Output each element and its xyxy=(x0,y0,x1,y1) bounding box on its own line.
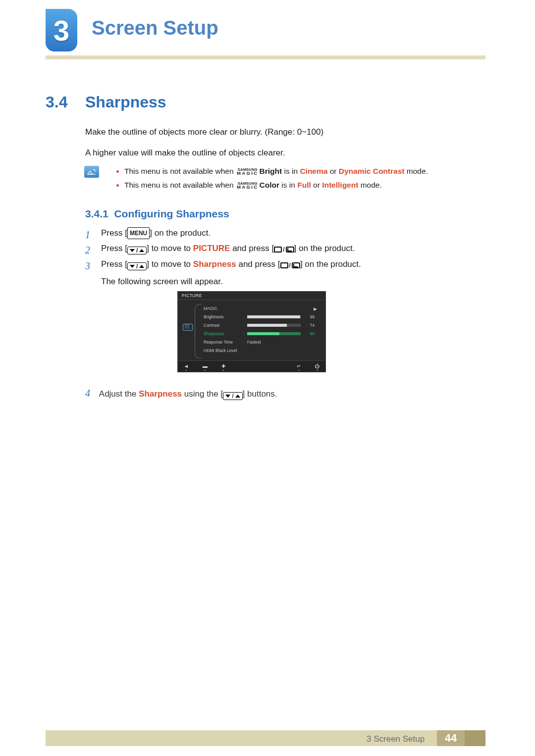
step-4: 4 Adjust the Sharpness using the [/] but… xyxy=(85,385,477,401)
footer-page-box: 44 xyxy=(437,730,465,746)
section-title: Sharpness xyxy=(85,93,166,111)
brightness-slider xyxy=(247,315,301,318)
osd-row-brightness: Brightness: 99 xyxy=(204,312,320,321)
menu-button-icon: MENU xyxy=(127,227,150,239)
step-2: 2 Press [/] to move to PICTURE and press… xyxy=(85,241,477,256)
osd-row-contrast: Contrast: 74 xyxy=(204,321,320,329)
down-up-button-icon: / xyxy=(127,262,147,270)
section-description-2: A higher value will make the outline of … xyxy=(85,147,462,159)
step-number: 4 xyxy=(85,388,90,399)
osd-minus-icon: ▬▾ xyxy=(203,363,208,369)
source-enter-button-icon: / xyxy=(274,247,294,252)
osd-enter-icon: ↵▾ xyxy=(297,363,301,369)
picture-category-icon xyxy=(183,324,193,331)
steps-list: 1 Press [MENU] on the product. 2 Press [… xyxy=(85,225,477,290)
chapter-number-badge: 3 xyxy=(46,9,77,51)
chevron-right-icon: ▶ xyxy=(314,306,318,310)
note-icon xyxy=(84,166,99,178)
note-list: This menu is not available when SAMSUNGM… xyxy=(116,167,478,195)
section-description-1: Make the outline of objects more clear o… xyxy=(85,126,462,138)
chapter-title: Screen Setup xyxy=(92,17,218,39)
osd-back-icon: ◄▾ xyxy=(184,363,189,369)
osd-row-response-time: Response Time: Fastest xyxy=(204,338,320,346)
step-1: 1 Press [MENU] on the product. xyxy=(85,225,477,241)
contrast-slider xyxy=(247,324,301,327)
samsung-magic-logo: SAMSUNGMAGIC xyxy=(237,168,259,175)
page-number: 44 xyxy=(445,732,457,745)
sharpness-slider xyxy=(247,332,301,335)
samsung-magic-logo: SAMSUNGMAGIC xyxy=(237,182,259,189)
osd-footer-icons: ◄▾ ▬▾ ✚▾ ↵▾ ⏻▾ xyxy=(178,360,325,372)
section-number: 3.4 xyxy=(46,93,67,111)
osd-row-hdmi-black: HDMI Black Level xyxy=(204,346,320,354)
note-item-2: This menu is not available when SAMSUNGM… xyxy=(116,181,478,190)
step-3: 3 Press [/] to move to Sharpness and pre… xyxy=(85,256,477,290)
subsection-title: 3.4.1 Configuring Sharpness xyxy=(85,208,229,220)
osd-power-icon: ⏻▾ xyxy=(315,363,320,369)
osd-plus-icon: ✚▾ xyxy=(221,363,225,369)
step-number: 3 xyxy=(85,257,90,275)
footer-chapter-ref: 3 Screen Setup xyxy=(367,734,425,744)
note-item-1: This menu is not available when SAMSUNGM… xyxy=(116,167,478,176)
step-3-note: The following screen will appear. xyxy=(101,272,477,289)
header-underline xyxy=(46,55,485,59)
osd-row-magic: MAGIC ▶ xyxy=(204,304,320,312)
footer-bar-end xyxy=(465,730,485,746)
source-enter-button-icon: / xyxy=(280,262,300,268)
osd-row-sharpness: Sharpness: 60 xyxy=(204,329,320,338)
down-up-button-icon: / xyxy=(223,392,242,400)
osd-bracket-decoration xyxy=(195,304,202,358)
osd-header: PICTURE xyxy=(178,292,325,300)
osd-menu-screenshot: PICTURE MAGIC ▶ Brightness: 99 Contrast:… xyxy=(177,291,326,372)
down-up-button-icon: / xyxy=(127,247,147,254)
